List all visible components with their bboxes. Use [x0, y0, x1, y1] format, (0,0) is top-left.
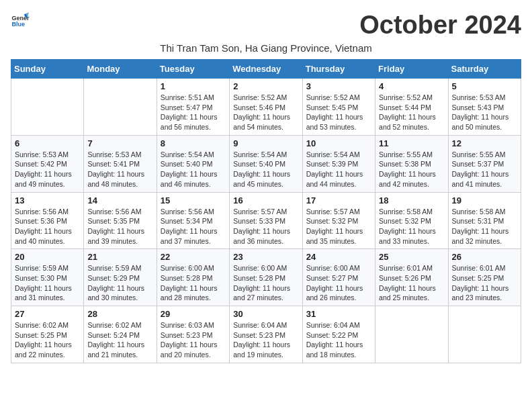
calendar-cell: 17Sunrise: 5:57 AM Sunset: 5:32 PM Dayli…: [302, 192, 375, 249]
calendar-cell: 5Sunrise: 5:53 AM Sunset: 5:43 PM Daylig…: [448, 79, 521, 136]
day-info: Sunrise: 6:04 AM Sunset: 5:23 PM Dayligh…: [233, 320, 298, 360]
day-info: Sunrise: 5:56 AM Sunset: 5:34 PM Dayligh…: [161, 207, 226, 246]
day-number: 9: [233, 138, 298, 148]
calendar-week-4: 20Sunrise: 5:59 AM Sunset: 5:30 PM Dayli…: [11, 249, 521, 306]
day-info: Sunrise: 5:55 AM Sunset: 5:37 PM Dayligh…: [452, 150, 517, 189]
day-info: Sunrise: 5:58 AM Sunset: 5:31 PM Dayligh…: [452, 207, 517, 246]
day-info: Sunrise: 5:57 AM Sunset: 5:32 PM Dayligh…: [306, 207, 371, 246]
day-info: Sunrise: 5:52 AM Sunset: 5:45 PM Dayligh…: [306, 93, 371, 132]
day-number: 19: [452, 195, 517, 205]
calendar-cell: 25Sunrise: 6:01 AM Sunset: 5:26 PM Dayli…: [375, 249, 448, 306]
day-info: Sunrise: 5:56 AM Sunset: 5:36 PM Dayligh…: [15, 207, 80, 246]
day-number: 20: [15, 252, 80, 262]
logo: General Blue: [11, 11, 30, 30]
day-info: Sunrise: 5:54 AM Sunset: 5:40 PM Dayligh…: [233, 150, 298, 189]
day-info: Sunrise: 6:00 AM Sunset: 5:28 PM Dayligh…: [161, 263, 226, 303]
day-info: Sunrise: 5:53 AM Sunset: 5:42 PM Dayligh…: [15, 150, 80, 189]
calendar-cell: 4Sunrise: 5:52 AM Sunset: 5:44 PM Daylig…: [375, 79, 448, 136]
calendar-cell: [11, 79, 84, 136]
day-number: 23: [233, 252, 298, 262]
day-number: 5: [452, 81, 517, 91]
day-number: 27: [15, 309, 80, 319]
logo-icon: General Blue: [11, 11, 30, 30]
day-number: 15: [161, 195, 226, 205]
day-number: 8: [161, 138, 226, 148]
calendar-cell: 29Sunrise: 6:03 AM Sunset: 5:23 PM Dayli…: [157, 306, 229, 363]
day-number: 31: [306, 309, 371, 319]
calendar-cell: 14Sunrise: 5:56 AM Sunset: 5:35 PM Dayli…: [84, 192, 157, 249]
day-number: 3: [306, 81, 371, 91]
calendar-cell: [84, 79, 157, 136]
day-number: 12: [452, 138, 517, 148]
day-info: Sunrise: 5:54 AM Sunset: 5:40 PM Dayligh…: [161, 150, 226, 189]
day-number: 25: [379, 252, 444, 262]
day-info: Sunrise: 6:01 AM Sunset: 5:25 PM Dayligh…: [452, 263, 517, 303]
day-info: Sunrise: 6:02 AM Sunset: 5:24 PM Dayligh…: [87, 320, 152, 360]
calendar-cell: 30Sunrise: 6:04 AM Sunset: 5:23 PM Dayli…: [230, 306, 302, 363]
calendar-cell: 8Sunrise: 5:54 AM Sunset: 5:40 PM Daylig…: [157, 135, 229, 192]
calendar-cell: 22Sunrise: 6:00 AM Sunset: 5:28 PM Dayli…: [157, 249, 229, 306]
calendar-cell: 1Sunrise: 5:51 AM Sunset: 5:47 PM Daylig…: [157, 79, 229, 136]
day-info: Sunrise: 6:02 AM Sunset: 5:25 PM Dayligh…: [15, 320, 80, 360]
page-header: General Blue October 2024: [11, 11, 521, 40]
location-subtitle: Thi Tran Tam Son, Ha Giang Province, Vie…: [11, 42, 521, 54]
header-thursday: Thursday: [302, 60, 375, 79]
calendar-week-5: 27Sunrise: 6:02 AM Sunset: 5:25 PM Dayli…: [11, 306, 521, 363]
day-info: Sunrise: 5:56 AM Sunset: 5:35 PM Dayligh…: [87, 207, 152, 246]
day-info: Sunrise: 5:51 AM Sunset: 5:47 PM Dayligh…: [161, 93, 226, 132]
day-number: 13: [15, 195, 80, 205]
calendar-week-2: 6Sunrise: 5:53 AM Sunset: 5:42 PM Daylig…: [11, 135, 521, 192]
calendar-cell: 3Sunrise: 5:52 AM Sunset: 5:45 PM Daylig…: [302, 79, 375, 136]
day-number: 1: [161, 81, 226, 91]
calendar-cell: 19Sunrise: 5:58 AM Sunset: 5:31 PM Dayli…: [448, 192, 521, 249]
day-number: 29: [161, 309, 226, 319]
calendar-cell: 13Sunrise: 5:56 AM Sunset: 5:36 PM Dayli…: [11, 192, 84, 249]
day-number: 22: [161, 252, 226, 262]
calendar-cell: 31Sunrise: 6:04 AM Sunset: 5:22 PM Dayli…: [302, 306, 375, 363]
day-info: Sunrise: 5:55 AM Sunset: 5:38 PM Dayligh…: [379, 150, 444, 189]
day-info: Sunrise: 5:53 AM Sunset: 5:41 PM Dayligh…: [87, 150, 152, 189]
day-number: 28: [87, 309, 152, 319]
calendar-cell: 7Sunrise: 5:53 AM Sunset: 5:41 PM Daylig…: [84, 135, 157, 192]
day-info: Sunrise: 5:54 AM Sunset: 5:39 PM Dayligh…: [306, 150, 371, 189]
header-tuesday: Tuesday: [157, 60, 229, 79]
day-number: 21: [87, 252, 152, 262]
day-number: 26: [452, 252, 517, 262]
svg-text:Blue: Blue: [11, 21, 25, 28]
calendar-cell: 2Sunrise: 5:52 AM Sunset: 5:46 PM Daylig…: [230, 79, 302, 136]
calendar-cell: 9Sunrise: 5:54 AM Sunset: 5:40 PM Daylig…: [230, 135, 302, 192]
calendar-week-1: 1Sunrise: 5:51 AM Sunset: 5:47 PM Daylig…: [11, 79, 521, 136]
day-info: Sunrise: 6:00 AM Sunset: 5:27 PM Dayligh…: [306, 263, 371, 303]
calendar-cell: 21Sunrise: 5:59 AM Sunset: 5:29 PM Dayli…: [84, 249, 157, 306]
day-info: Sunrise: 5:52 AM Sunset: 5:46 PM Dayligh…: [233, 93, 298, 132]
calendar-table: SundayMondayTuesdayWednesdayThursdayFrid…: [11, 59, 521, 363]
day-number: 17: [306, 195, 371, 205]
day-info: Sunrise: 5:52 AM Sunset: 5:44 PM Dayligh…: [379, 93, 444, 132]
calendar-cell: 18Sunrise: 5:58 AM Sunset: 5:32 PM Dayli…: [375, 192, 448, 249]
calendar-cell: [375, 306, 448, 363]
day-info: Sunrise: 6:03 AM Sunset: 5:23 PM Dayligh…: [161, 320, 226, 360]
calendar-cell: 26Sunrise: 6:01 AM Sunset: 5:25 PM Dayli…: [448, 249, 521, 306]
day-number: 7: [87, 138, 152, 148]
calendar-cell: 27Sunrise: 6:02 AM Sunset: 5:25 PM Dayli…: [11, 306, 84, 363]
month-title: October 2024: [359, 11, 521, 40]
calendar-cell: 28Sunrise: 6:02 AM Sunset: 5:24 PM Dayli…: [84, 306, 157, 363]
day-info: Sunrise: 5:58 AM Sunset: 5:32 PM Dayligh…: [379, 207, 444, 246]
header-monday: Monday: [84, 60, 157, 79]
day-info: Sunrise: 5:59 AM Sunset: 5:30 PM Dayligh…: [15, 263, 80, 303]
day-number: 11: [379, 138, 444, 148]
calendar-cell: 24Sunrise: 6:00 AM Sunset: 5:27 PM Dayli…: [302, 249, 375, 306]
calendar-cell: 11Sunrise: 5:55 AM Sunset: 5:38 PM Dayli…: [375, 135, 448, 192]
day-info: Sunrise: 5:59 AM Sunset: 5:29 PM Dayligh…: [87, 263, 152, 303]
calendar-week-3: 13Sunrise: 5:56 AM Sunset: 5:36 PM Dayli…: [11, 192, 521, 249]
day-number: 14: [87, 195, 152, 205]
calendar-cell: 6Sunrise: 5:53 AM Sunset: 5:42 PM Daylig…: [11, 135, 84, 192]
day-number: 30: [233, 309, 298, 319]
day-number: 6: [15, 138, 80, 148]
day-number: 18: [379, 195, 444, 205]
header-saturday: Saturday: [448, 60, 521, 79]
day-info: Sunrise: 5:57 AM Sunset: 5:33 PM Dayligh…: [233, 207, 298, 246]
day-info: Sunrise: 6:01 AM Sunset: 5:26 PM Dayligh…: [379, 263, 444, 303]
header-friday: Friday: [375, 60, 448, 79]
header-wednesday: Wednesday: [230, 60, 302, 79]
